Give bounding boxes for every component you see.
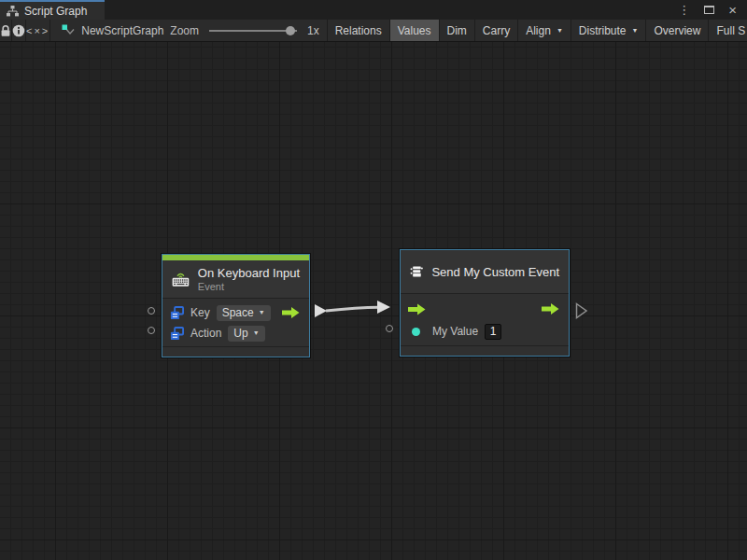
info-button[interactable] xyxy=(12,20,26,41)
port-row-my-value: My Value xyxy=(408,320,561,343)
zoom-slider-handle[interactable] xyxy=(286,26,295,35)
custom-event-icon xyxy=(410,259,423,284)
my-value-input[interactable] xyxy=(485,324,501,340)
button-label: Values xyxy=(398,24,431,37)
port-label-key: Key xyxy=(190,306,210,319)
value-port-dot[interactable] xyxy=(412,328,420,336)
zoom-slider-track[interactable] xyxy=(209,30,297,32)
toolbar-button-dim[interactable]: Dim xyxy=(440,20,475,41)
toolbar-button-values[interactable]: Values xyxy=(390,20,440,41)
zoom-label: Zoom xyxy=(170,24,199,37)
port-row-action: Action Up ▼ xyxy=(170,323,302,343)
node-title: On Keyboard Input xyxy=(198,266,300,280)
toolbar-button-distribute[interactable]: Distribute ▼ xyxy=(571,20,647,41)
value-literal-icon xyxy=(170,327,184,341)
chevron-down-icon: ▼ xyxy=(557,27,563,34)
button-label: Align xyxy=(526,24,551,37)
chevron-down-icon: ▼ xyxy=(259,309,265,315)
port-row-key: Key Space ▼ xyxy=(170,302,302,323)
node-footer xyxy=(401,345,569,356)
trigger-output-port[interactable] xyxy=(542,303,559,315)
code-view-button[interactable]: <×> xyxy=(26,20,50,41)
window-menu-icon[interactable]: ⋮ xyxy=(678,4,690,16)
button-label: Carry xyxy=(483,24,510,37)
port-row-trigger xyxy=(408,298,561,320)
tab-script-graph[interactable]: Script Graph xyxy=(0,0,105,20)
unconnected-port-circle[interactable] xyxy=(386,325,393,332)
window-titlebar: Script Graph ⋮ × xyxy=(0,0,747,20)
button-label: Relations xyxy=(335,24,382,37)
flow-arrow-icon xyxy=(408,303,426,315)
keyboard-icon xyxy=(172,267,190,291)
port-label-action: Action xyxy=(190,327,221,340)
toolbar-button-overview[interactable]: Overview xyxy=(646,20,709,41)
node-footer xyxy=(162,346,309,357)
key-dropdown[interactable]: Space ▼ xyxy=(217,305,271,321)
button-label: Overview xyxy=(654,24,700,37)
unconnected-port-circle[interactable] xyxy=(148,307,155,315)
toolbar-button-align[interactable]: Align ▼ xyxy=(518,20,571,41)
script-graph-asset-icon xyxy=(62,24,75,37)
flow-arrow-icon xyxy=(542,303,559,315)
connection-wire[interactable] xyxy=(308,299,397,327)
node-send-my-custom-event[interactable]: Send My Custom Event My Value xyxy=(400,249,570,357)
chevron-down-icon: ▼ xyxy=(632,27,639,34)
node-header[interactable]: Send My Custom Event xyxy=(401,250,569,294)
value-literal-icon xyxy=(170,306,184,320)
node-title: Send My Custom Event xyxy=(431,265,559,279)
port-label-my-value: My Value xyxy=(432,325,478,338)
lock-button[interactable] xyxy=(0,20,12,41)
flow-arrow-icon xyxy=(282,307,300,319)
key-dropdown-value: Space xyxy=(222,306,254,319)
code-view-icon: <×> xyxy=(26,25,49,36)
trigger-output-port[interactable] xyxy=(282,307,300,319)
info-icon xyxy=(12,24,25,37)
graph-canvas[interactable]: On Keyboard Input Event Key Space ▼ xyxy=(0,42,747,560)
toolbar-button-relations[interactable]: Relations xyxy=(328,20,390,41)
zoom-slider[interactable] xyxy=(209,25,297,36)
unconnected-port-circle[interactable] xyxy=(148,327,155,334)
node-header[interactable]: On Keyboard Input Event xyxy=(162,260,309,299)
button-label: Distribute xyxy=(579,24,627,37)
action-dropdown[interactable]: Up ▼ xyxy=(228,326,264,342)
close-icon[interactable]: × xyxy=(728,3,737,17)
graph-name-label[interactable]: NewScriptGraph xyxy=(81,24,163,37)
toolbar-button-fullscreen[interactable]: Full S xyxy=(709,20,747,41)
button-label: Full S xyxy=(716,24,745,37)
graph-toolbar: <×> NewScriptGraph Zoom 1x Relations Val… xyxy=(0,20,747,42)
tab-title: Script Graph xyxy=(24,5,87,18)
node-body: Key Space ▼ Action xyxy=(162,299,309,346)
zoom-level-value: 1x xyxy=(307,24,319,37)
node-on-keyboard-input[interactable]: On Keyboard Input Event Key Space ▼ xyxy=(162,254,310,357)
trigger-input-port[interactable] xyxy=(408,303,426,315)
action-dropdown-value: Up xyxy=(233,327,247,340)
unconnected-trigger-triangle[interactable] xyxy=(575,302,588,319)
toolbar-button-carry[interactable]: Carry xyxy=(475,20,518,41)
graph-hierarchy-icon xyxy=(7,6,19,17)
lock-icon xyxy=(0,24,11,37)
node-body: My Value xyxy=(401,294,569,345)
button-label: Dim xyxy=(447,24,467,37)
graph-info-zone: NewScriptGraph Zoom 1x xyxy=(50,20,327,41)
node-subtitle: Event xyxy=(198,281,300,292)
maximize-icon[interactable] xyxy=(704,6,714,14)
chevron-down-icon: ▼ xyxy=(253,329,260,336)
